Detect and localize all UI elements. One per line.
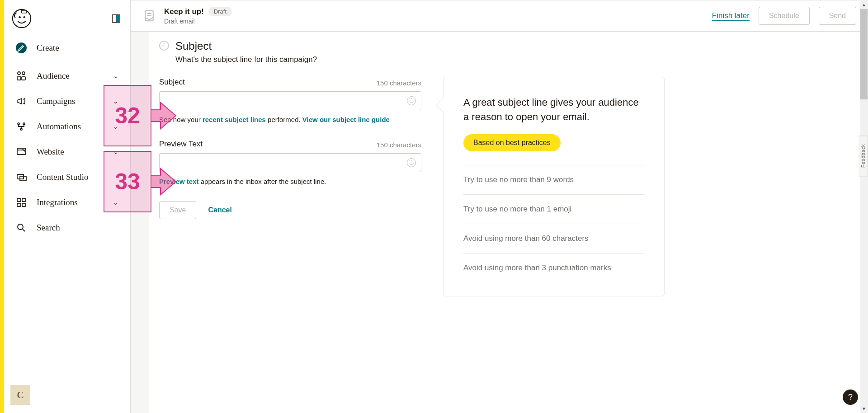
campaign-subtitle: Draft email [164,18,232,25]
automations-icon [16,121,27,132]
preview-text-link[interactable]: Preview text [159,178,199,185]
nav-label: Automations [37,122,81,131]
scrollbar-thumb[interactable] [860,9,868,99]
status-pill: Draft [208,7,232,16]
sidebar-item-create[interactable]: Create [4,40,130,63]
svg-rect-15 [17,198,20,202]
nav-label: Create [37,43,59,53]
search-icon [16,222,27,233]
svg-rect-16 [22,198,25,202]
chevron-down-icon: ⌄ [113,199,118,206]
svg-point-6 [22,72,25,75]
sidebar-collapse-icon[interactable] [112,14,120,23]
tip-row: Try to use no more than 1 emoji [463,194,644,224]
chevron-down-icon: ⌄ [113,98,118,105]
megaphone-icon [16,96,27,107]
website-icon [16,146,27,157]
audience-icon [16,70,27,81]
chevron-down-icon: ⌄ [113,148,118,156]
campaign-title: Keep it up! [164,7,204,16]
tips-headline: A great subject line gives your audience… [463,95,644,124]
nav-label: Campaigns [37,96,75,106]
send-button[interactable]: Send [819,7,856,25]
svg-rect-14 [20,176,26,181]
sidebar-item-campaigns[interactable]: Campaigns ⌄ [4,89,130,114]
subject-input[interactable] [159,91,421,110]
subject-label: Subject [159,78,185,87]
tip-row: Try to use no more than 9 words [463,165,644,194]
nav-label: Integrations [37,197,78,207]
svg-point-2 [24,16,25,18]
sidebar-item-content-studio[interactable]: Content Studio [4,164,130,190]
account-avatar[interactable]: C [10,385,30,405]
draft-doc-icon [142,9,156,23]
subject-field-block: Subject 150 characters See how your rece… [159,78,421,125]
preview-char-counter: 150 characters [377,141,421,149]
mailchimp-logo-icon[interactable] [11,8,32,29]
brand-yellow-stripe [0,0,4,413]
svg-point-11 [20,128,22,130]
content-studio-icon [16,172,27,183]
svg-point-10 [23,123,25,125]
nav-label: Content Studio [37,172,89,182]
avatar-letter: C [17,389,24,401]
sidebar: Create Audience ⌄ Campaigns ⌄ Automation… [4,0,131,413]
svg-rect-7 [17,77,21,80]
svg-rect-8 [22,77,25,80]
emoji-picker-icon[interactable] [407,158,416,167]
subject-line-guide-link[interactable]: View our subject line guide [302,116,390,123]
svg-rect-4 [22,11,26,13]
cancel-link[interactable]: Cancel [208,206,231,214]
preview-text-label: Preview Text [159,140,203,149]
help-button[interactable]: ? [843,390,858,405]
tip-row: Avoid using more than 3 punctuation mark… [463,253,644,282]
nav-label: Search [37,223,60,233]
svg-rect-12 [17,148,25,155]
section-status-icon [159,41,169,51]
sidebar-item-search[interactable]: Search [4,215,130,240]
preview-helper-text: Preview text appears in the inbox after … [159,177,421,187]
preview-text-input[interactable] [159,153,421,172]
vertical-scrollbar[interactable]: ▲ ▼ [860,0,868,413]
section-title: Subject [175,40,212,52]
topbar: Keep it up! Draft Draft email Finish lat… [131,0,868,32]
best-practices-pill[interactable]: Based on best practices [463,134,561,151]
svg-rect-18 [22,203,25,206]
schedule-button[interactable]: Schedule [759,7,810,25]
pencil-icon [16,42,27,53]
svg-rect-17 [17,203,20,206]
tip-row: Avoid using more than 60 characters [463,224,644,253]
finish-later-link[interactable]: Finish later [712,11,750,21]
tips-panel: A great subject line gives your audience… [443,77,665,296]
sidebar-item-automations[interactable]: Automations ⌄ [4,114,130,139]
section-subtitle: What's the subject line for this campaig… [175,55,421,64]
subject-helper-text: See how your recent subject lines perfor… [159,115,421,125]
recent-subject-lines-link[interactable]: recent subject lines [203,116,266,123]
emoji-picker-icon[interactable] [407,96,416,105]
chevron-down-icon: ⌄ [113,123,118,131]
preview-text-field-block: Preview Text 150 characters Preview text… [159,140,421,187]
main-area: Keep it up! Draft Draft email Finish lat… [131,0,868,413]
svg-rect-13 [17,174,24,179]
chevron-down-icon: ⌄ [113,72,118,80]
integrations-icon [16,197,27,208]
sidebar-item-website[interactable]: Website ⌄ [4,139,130,164]
svg-point-19 [18,224,23,230]
svg-point-1 [19,16,21,18]
sidebar-item-integrations[interactable]: Integrations ⌄ [4,190,130,215]
feedback-tab[interactable]: Feedback [859,136,868,176]
nav-label: Website [37,147,64,157]
nav-label: Audience [37,71,70,81]
sidebar-item-audience[interactable]: Audience ⌄ [4,63,130,89]
svg-point-9 [18,123,19,125]
svg-point-5 [18,72,20,75]
scroll-down-arrow-icon[interactable]: ▼ [860,404,868,413]
subject-char-counter: 150 characters [377,79,421,87]
scroll-up-arrow-icon[interactable]: ▲ [860,0,868,9]
save-button[interactable]: Save [159,201,196,219]
